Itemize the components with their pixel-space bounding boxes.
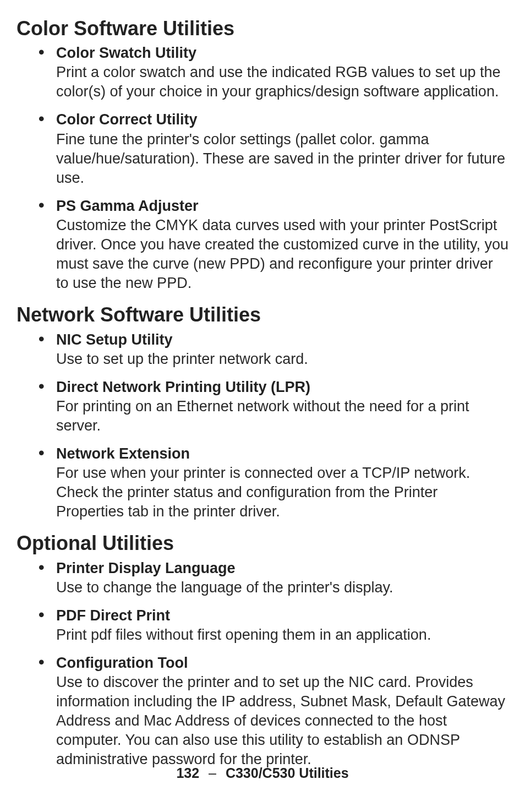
list-item: Color Swatch Utility Print a color swatc…	[56, 43, 508, 101]
item-title: Color Correct Utility	[56, 110, 508, 129]
item-title: Color Swatch Utility	[56, 43, 508, 63]
list-item: Direct Network Printing Utility (LPR) Fo…	[56, 378, 508, 435]
list-item: NIC Setup Utility Use to set up the prin…	[56, 330, 508, 369]
item-body: Print a color swatch and use the indicat…	[56, 63, 508, 101]
list-item: Configuration Tool Use to discover the p…	[56, 653, 508, 770]
item-title: Direct Network Printing Utility (LPR)	[56, 378, 508, 397]
page-footer: 132 – C330/C530 Utilities	[0, 765, 525, 781]
page-container: Color Software Utilities Color Swatch Ut…	[0, 0, 525, 812]
list-item: PDF Direct Print Print pdf files without…	[56, 606, 508, 645]
list-optional-utilities: Printer Display Language Use to change t…	[17, 559, 508, 770]
footer-separator: –	[203, 765, 222, 781]
list-item: Network Extension For use when your prin…	[56, 444, 508, 521]
list-item: Color Correct Utility Fine tune the prin…	[56, 110, 508, 187]
section-heading-color-software: Color Software Utilities	[17, 17, 508, 40]
item-body: Fine tune the printer's color settings (…	[56, 130, 508, 188]
item-body: Customize the CMYK data curves used with…	[56, 216, 508, 293]
item-body: For use when your printer is connected o…	[56, 464, 508, 521]
page-number: 132	[176, 765, 199, 781]
item-title: Printer Display Language	[56, 559, 508, 578]
item-body: Use to set up the printer network card.	[56, 350, 508, 369]
item-title: PDF Direct Print	[56, 606, 508, 625]
list-item: PS Gamma Adjuster Customize the CMYK dat…	[56, 197, 508, 293]
item-body: For printing on an Ethernet network with…	[56, 397, 508, 435]
item-title: NIC Setup Utility	[56, 330, 508, 350]
list-network-software: NIC Setup Utility Use to set up the prin…	[17, 330, 508, 522]
list-item: Printer Display Language Use to change t…	[56, 559, 508, 597]
item-body: Use to discover the printer and to set u…	[56, 673, 508, 769]
item-title: PS Gamma Adjuster	[56, 197, 508, 216]
item-body: Use to change the language of the printe…	[56, 578, 508, 597]
section-heading-optional-utilities: Optional Utilities	[17, 531, 508, 555]
list-color-software: Color Swatch Utility Print a color swatc…	[17, 43, 508, 293]
item-title: Configuration Tool	[56, 653, 508, 673]
section-heading-network-software: Network Software Utilities	[17, 303, 508, 326]
item-body: Print pdf files without first opening th…	[56, 625, 508, 645]
footer-section-label: C330/C530 Utilities	[226, 765, 349, 781]
item-title: Network Extension	[56, 444, 508, 464]
